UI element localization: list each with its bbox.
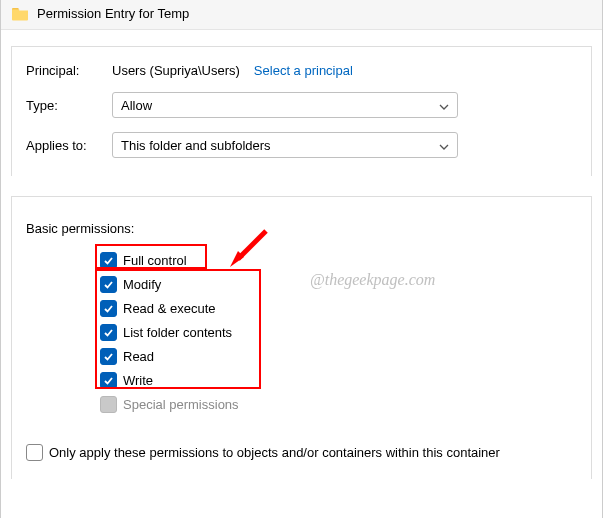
only-apply-row: Only apply these permissions to objects … bbox=[26, 444, 577, 461]
permission-item-read: Read bbox=[100, 344, 239, 368]
basic-permissions-title: Basic permissions: bbox=[26, 221, 577, 236]
checkbox-read-execute[interactable] bbox=[100, 300, 117, 317]
select-principal-link[interactable]: Select a principal bbox=[254, 63, 353, 78]
permission-label: List folder contents bbox=[123, 325, 232, 340]
chevron-down-icon bbox=[439, 140, 449, 150]
permission-label: Full control bbox=[123, 253, 187, 268]
applies-to-label: Applies to: bbox=[26, 138, 112, 153]
checkbox-write[interactable] bbox=[100, 372, 117, 389]
window-title: Permission Entry for Temp bbox=[37, 6, 189, 21]
checkbox-list-folder[interactable] bbox=[100, 324, 117, 341]
principal-label: Principal: bbox=[26, 63, 112, 78]
permission-entry-window: Permission Entry for Temp Principal: Use… bbox=[0, 0, 603, 518]
only-apply-label: Only apply these permissions to objects … bbox=[49, 445, 500, 460]
titlebar: Permission Entry for Temp bbox=[1, 0, 602, 30]
folder-icon bbox=[11, 6, 29, 21]
principal-value: Users (Supriya\Users) bbox=[112, 63, 240, 78]
permission-item-modify: Modify bbox=[100, 272, 239, 296]
permission-label: Write bbox=[123, 373, 153, 388]
checkbox-modify[interactable] bbox=[100, 276, 117, 293]
permission-item-list-folder: List folder contents bbox=[100, 320, 239, 344]
type-label: Type: bbox=[26, 98, 112, 113]
checkbox-full-control[interactable] bbox=[100, 252, 117, 269]
type-selected: Allow bbox=[121, 98, 152, 113]
permission-label: Modify bbox=[123, 277, 161, 292]
permission-label: Read bbox=[123, 349, 154, 364]
checkbox-special bbox=[100, 396, 117, 413]
checkbox-only-apply[interactable] bbox=[26, 444, 43, 461]
applies-to-selected: This folder and subfolders bbox=[121, 138, 271, 153]
checkbox-read[interactable] bbox=[100, 348, 117, 365]
type-select[interactable]: Allow bbox=[112, 92, 458, 118]
permission-label: Read & execute bbox=[123, 301, 216, 316]
permissions-list: Full control Modify Read & execute List … bbox=[100, 248, 239, 416]
permission-item-special: Special permissions bbox=[100, 392, 239, 416]
basic-permissions-panel: Basic permissions: @thegeekpage.com Full… bbox=[11, 196, 592, 479]
permission-label: Special permissions bbox=[123, 397, 239, 412]
permission-item-write: Write bbox=[100, 368, 239, 392]
watermark: @thegeekpage.com bbox=[310, 271, 435, 289]
applies-to-select[interactable]: This folder and subfolders bbox=[112, 132, 458, 158]
permission-item-full-control: Full control bbox=[100, 248, 239, 272]
permission-item-read-execute: Read & execute bbox=[100, 296, 239, 320]
chevron-down-icon bbox=[439, 100, 449, 110]
principal-panel: Principal: Users (Supriya\Users) Select … bbox=[11, 46, 592, 176]
